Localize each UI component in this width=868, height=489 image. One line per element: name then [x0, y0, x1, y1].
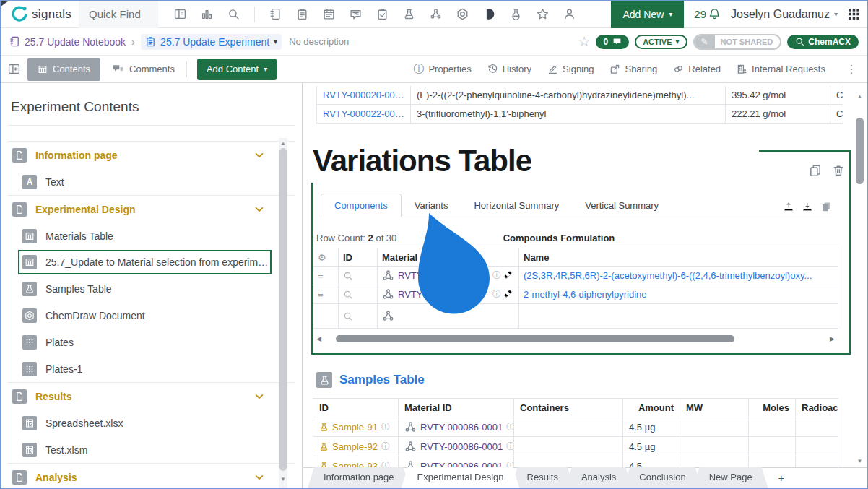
main-scrollbar[interactable]: ▲ ▼: [855, 83, 864, 467]
comments-count-badge[interactable]: 0: [596, 35, 629, 49]
page-tab-new-page[interactable]: New Page: [693, 467, 768, 488]
notebook-icon[interactable]: [269, 8, 282, 20]
app-switcher-icon[interactable]: [848, 8, 860, 20]
info-icon[interactable]: ⓘ: [381, 441, 390, 453]
more-options-icon[interactable]: ⋮: [841, 62, 857, 76]
scroll-up-icon[interactable]: ▲: [279, 140, 287, 147]
sidebar-item-materials-selection-selected[interactable]: 25.7_Update to Material selection from e…: [18, 250, 272, 274]
tasks-icon[interactable]: [296, 8, 308, 20]
collapse-sidebar-icon[interactable]: [8, 63, 20, 75]
material-cell-empty[interactable]: [378, 304, 519, 329]
page-tab-analysis[interactable]: Analysis: [565, 467, 632, 488]
material-link[interactable]: RVTY-000086-0001: [420, 441, 503, 452]
scroll-down-icon[interactable]: ▼: [855, 458, 864, 464]
row-search-cell[interactable]: [339, 304, 378, 329]
chevron-down-icon[interactable]: [254, 472, 264, 482]
page-tab-results[interactable]: Results: [511, 467, 574, 488]
scrollbar-thumb[interactable]: [856, 118, 864, 184]
material-id[interactable]: RVTY: [398, 289, 422, 300]
samples-table-title[interactable]: Samples Table: [339, 373, 425, 387]
tab-vertical-summary[interactable]: Vertical Summary: [572, 194, 672, 217]
scrollbar-thumb[interactable]: [336, 335, 734, 342]
add-content-button[interactable]: Add Content ▾: [197, 59, 277, 80]
dashboard-icon[interactable]: [174, 8, 186, 20]
chevron-down-icon[interactable]: [254, 150, 264, 160]
tab-components[interactable]: Components: [321, 194, 402, 217]
info-icon[interactable]: ⓘ: [492, 288, 501, 300]
history-button[interactable]: History: [487, 64, 531, 74]
row-handle-cell[interactable]: ≡: [313, 285, 339, 304]
signing-button[interactable]: Signing: [547, 64, 594, 74]
scrollbar-track[interactable]: [326, 335, 825, 342]
sample-link[interactable]: Sample-92: [332, 441, 378, 452]
search-icon[interactable]: [343, 290, 353, 300]
notifications-button[interactable]: 29: [694, 8, 721, 20]
drag-handle-icon[interactable]: ≡: [318, 270, 324, 281]
compound-link[interactable]: (2S,3R,4R,5R,6R)-2-(acetoxymethyl)-6-((2…: [524, 270, 812, 281]
sidebar-item-analysis[interactable]: Analysis: [1, 464, 302, 488]
sidebar-item-information-page[interactable]: Information page: [1, 142, 302, 168]
add-page-button[interactable]: +: [768, 468, 794, 488]
calendar-icon[interactable]: [323, 8, 335, 20]
page-tab-experimental-design[interactable]: Experimental Design: [402, 467, 520, 488]
status-badge[interactable]: ACTIVE ▾: [635, 35, 687, 49]
favorite-star-icon[interactable]: ☆: [578, 33, 590, 50]
row-search-cell[interactable]: [339, 267, 378, 285]
share-status-badge[interactable]: ✎ NOT SHARED: [693, 34, 782, 50]
settings-column-header[interactable]: ⚙: [313, 248, 339, 267]
compound-link[interactable]: 2-methyl-4,6-diphenylpyridine: [524, 289, 647, 300]
unlink-icon[interactable]: [504, 271, 514, 281]
horizontal-scrollbar[interactable]: ◀ ▶: [316, 334, 835, 343]
sidebar-item-spreadsheet-xlsx[interactable]: Spreadsheet.xlsx: [1, 410, 302, 436]
quick-find-button[interactable]: Quick Find: [79, 1, 158, 28]
sidebar-item-text[interactable]: A Text: [1, 168, 302, 195]
protocols-icon[interactable]: [376, 8, 389, 20]
material-link[interactable]: RVTY-000022-0001: [323, 108, 404, 119]
scroll-left-icon[interactable]: ◀: [316, 335, 321, 342]
gear-icon[interactable]: ⚙: [318, 252, 326, 263]
internal-requests-button[interactable]: Internal Requests: [737, 64, 825, 74]
experiments-icon[interactable]: [403, 8, 415, 20]
page-tab-information-page[interactable]: Information page: [308, 467, 410, 488]
sidebar-item-test-xlsm[interactable]: Test.xlsm: [1, 436, 302, 463]
chevron-down-icon[interactable]: [254, 391, 264, 402]
spotfire-icon[interactable]: [483, 8, 495, 20]
breadcrumb-experiment[interactable]: 25.7 Update Experiment ▾: [141, 34, 282, 50]
sidebar-item-materials-table[interactable]: Materials Table: [1, 222, 302, 249]
material-link[interactable]: RVTY-000020-0001: [323, 90, 404, 100]
properties-button[interactable]: ⓘProperties: [413, 62, 471, 76]
chemacx-button[interactable]: ChemACX: [787, 35, 859, 49]
sample-link[interactable]: Sample-91: [332, 422, 378, 433]
search-icon[interactable]: [343, 311, 353, 321]
sidebar-item-plates-1[interactable]: Plates-1: [1, 355, 302, 382]
tab-contents[interactable]: Contents: [27, 58, 100, 81]
material-id[interactable]: RVTY: [398, 270, 422, 281]
info-icon[interactable]: ⓘ: [506, 441, 514, 453]
material-link[interactable]: RVTY-000086-0001: [420, 422, 503, 433]
scroll-up-icon[interactable]: ▲: [855, 93, 864, 100]
scroll-right-icon[interactable]: ▶: [830, 335, 835, 342]
materials-icon[interactable]: [430, 8, 442, 20]
reports-icon[interactable]: [201, 8, 213, 20]
sidebar-item-plates[interactable]: Plates: [1, 329, 302, 355]
row-search-cell[interactable]: [339, 285, 378, 304]
tab-variants[interactable]: Variants: [402, 194, 461, 217]
chemistry-icon[interactable]: [510, 8, 522, 20]
duplicate-icon[interactable]: [820, 201, 832, 212]
page-tab-conclusion[interactable]: Conclusion: [623, 467, 701, 488]
add-new-button[interactable]: Add New ▾: [611, 1, 684, 28]
info-icon[interactable]: ⓘ: [492, 269, 501, 282]
user-menu[interactable]: Joselyn Guadamuz ▾: [731, 8, 838, 21]
drag-handle-icon[interactable]: ≡: [318, 289, 324, 300]
copy-widget-icon[interactable]: [809, 164, 822, 177]
tab-horizontal-summary[interactable]: Horizontal Summary: [461, 194, 572, 217]
search-icon[interactable]: [343, 271, 353, 281]
sidebar-item-chemdraw-document[interactable]: ChemDraw Document: [1, 302, 302, 329]
sidebar-scrollbar[interactable]: ▲ ▼: [279, 138, 287, 488]
people-icon[interactable]: [563, 8, 576, 20]
breadcrumb-notebook[interactable]: 25.7 Update Notebook: [1, 36, 126, 48]
sidebar-item-results[interactable]: Results: [1, 383, 302, 410]
search-icon[interactable]: [227, 8, 240, 20]
info-icon[interactable]: ⓘ: [506, 421, 514, 433]
info-icon[interactable]: ⓘ: [381, 421, 390, 433]
